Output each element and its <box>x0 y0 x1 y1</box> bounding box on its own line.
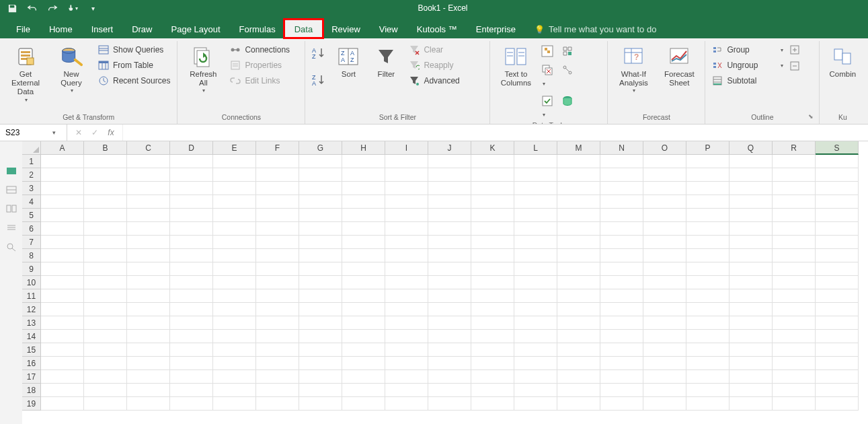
cell[interactable] <box>127 222 170 236</box>
cell[interactable] <box>299 249 342 262</box>
row-header[interactable]: 12 <box>22 303 41 316</box>
cell[interactable] <box>643 195 686 209</box>
cell[interactable] <box>213 276 256 289</box>
cell[interactable] <box>127 155 170 168</box>
cell[interactable] <box>213 262 256 276</box>
cell[interactable] <box>342 195 385 209</box>
cell[interactable] <box>299 316 342 330</box>
cell[interactable] <box>773 168 816 182</box>
cell[interactable] <box>816 303 859 316</box>
cell[interactable] <box>127 357 170 370</box>
cell[interactable] <box>643 236 686 249</box>
cell[interactable] <box>256 222 299 236</box>
cell[interactable] <box>773 249 816 262</box>
from-table-button[interactable]: From Table <box>97 59 171 71</box>
cell[interactable] <box>385 276 428 289</box>
tab-home[interactable]: Home <box>40 20 82 38</box>
cell[interactable] <box>729 195 773 209</box>
cell[interactable] <box>514 316 557 330</box>
tab-review[interactable]: Review <box>322 20 370 38</box>
cell[interactable] <box>170 195 213 209</box>
cell[interactable] <box>428 289 471 303</box>
cell[interactable] <box>385 168 428 182</box>
manage-data-model-button[interactable] <box>561 95 574 119</box>
reapply-filter-button[interactable]: Reapply <box>407 59 461 71</box>
cell[interactable] <box>557 397 600 411</box>
cell[interactable] <box>41 168 84 182</box>
cell[interactable] <box>256 289 299 303</box>
chevron-down-icon[interactable]: ▾ <box>52 129 56 136</box>
cell[interactable] <box>299 236 342 249</box>
cell[interactable] <box>41 262 84 276</box>
column-header[interactable]: S <box>816 141 859 155</box>
cell[interactable] <box>686 370 729 384</box>
cell[interactable] <box>342 168 385 182</box>
cell[interactable] <box>170 209 213 222</box>
cell[interactable] <box>428 209 471 222</box>
cell[interactable] <box>84 236 127 249</box>
cell[interactable] <box>299 155 342 168</box>
cell[interactable] <box>428 343 471 357</box>
cell[interactable] <box>84 397 127 411</box>
cell[interactable] <box>170 370 213 384</box>
cell[interactable] <box>816 343 859 357</box>
cell[interactable] <box>643 182 686 195</box>
cell[interactable] <box>428 182 471 195</box>
cell[interactable] <box>729 168 773 182</box>
enter-formula-button[interactable]: ✓ <box>90 128 100 137</box>
edit-links-button[interactable]: Edit Links <box>229 75 291 87</box>
cell[interactable] <box>41 384 84 397</box>
cell[interactable] <box>256 236 299 249</box>
cell[interactable] <box>170 182 213 195</box>
cell[interactable] <box>729 236 773 249</box>
cell[interactable] <box>557 330 600 343</box>
cell[interactable] <box>643 262 686 276</box>
cell[interactable] <box>514 397 557 411</box>
cell[interactable] <box>127 289 170 303</box>
row-header[interactable]: 13 <box>22 316 41 330</box>
cell[interactable] <box>256 370 299 384</box>
cell[interactable] <box>299 370 342 384</box>
cell[interactable] <box>816 370 859 384</box>
cell[interactable] <box>428 303 471 316</box>
cell[interactable] <box>213 289 256 303</box>
cell[interactable] <box>643 276 686 289</box>
tell-me-input[interactable] <box>549 24 683 34</box>
cell[interactable] <box>342 357 385 370</box>
cell[interactable] <box>816 182 859 195</box>
cell[interactable] <box>729 303 773 316</box>
new-query-button[interactable]: NewQuery▾ <box>51 44 91 94</box>
cell[interactable] <box>557 276 600 289</box>
cell[interactable] <box>773 397 816 411</box>
cell[interactable] <box>514 276 557 289</box>
cell[interactable] <box>213 357 256 370</box>
cell[interactable] <box>557 316 600 330</box>
cell[interactable] <box>686 384 729 397</box>
cell[interactable] <box>471 316 514 330</box>
cell[interactable] <box>686 303 729 316</box>
cell[interactable] <box>41 182 84 195</box>
cell[interactable] <box>170 343 213 357</box>
column-header[interactable]: B <box>84 141 127 155</box>
sort-asc-button[interactable]: AZ <box>311 46 327 61</box>
cell[interactable] <box>514 236 557 249</box>
cell[interactable] <box>729 384 773 397</box>
row-header[interactable]: 2 <box>22 168 41 182</box>
cell[interactable] <box>514 168 557 182</box>
cell[interactable] <box>600 168 643 182</box>
cell[interactable] <box>643 222 686 236</box>
cell[interactable] <box>729 262 773 276</box>
cell[interactable] <box>127 276 170 289</box>
sort-button[interactable]: ZAAZ Sort <box>332 44 364 79</box>
cell[interactable] <box>428 249 471 262</box>
row-header[interactable]: 14 <box>22 330 41 343</box>
cell[interactable] <box>41 370 84 384</box>
cell[interactable] <box>557 289 600 303</box>
column-header[interactable]: Q <box>729 141 773 155</box>
cell[interactable] <box>84 262 127 276</box>
cell[interactable] <box>256 168 299 182</box>
cell[interactable] <box>773 357 816 370</box>
cell[interactable] <box>686 289 729 303</box>
cell[interactable] <box>84 289 127 303</box>
cell[interactable] <box>428 316 471 330</box>
